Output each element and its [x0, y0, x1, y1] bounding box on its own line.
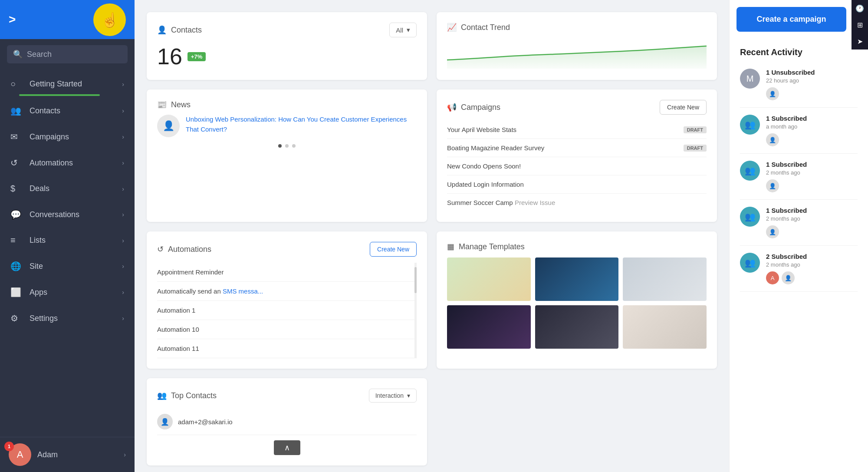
automation-name: Automation 11 — [157, 345, 199, 352]
news-dot-3[interactable] — [292, 144, 296, 148]
template-item[interactable] — [535, 257, 619, 301]
contacts-filter-dropdown[interactable]: All ▾ — [389, 23, 417, 37]
activity-icon: M — [740, 69, 760, 89]
create-campaign-btn[interactable]: Create a campaign — [736, 7, 846, 32]
automation-list: Appointment Reminder Automatically send … — [157, 263, 417, 358]
campaign-name: Your April Website Stats — [447, 126, 516, 133]
automation-item[interactable]: Automation 10 — [157, 320, 417, 339]
clock-icon[interactable]: 🕐 — [852, 0, 868, 17]
recent-activity-title: Recent Activity — [730, 39, 868, 62]
contacts-card: 👤 Contacts All ▾ 16 +7% — [147, 12, 427, 80]
contacts-icon: 👥 — [10, 106, 23, 116]
activity-avatars: 👤 — [766, 179, 858, 192]
campaign-name: Boating Magazine Reader Survey — [447, 144, 544, 152]
news-dot-1[interactable] — [278, 144, 282, 148]
sidebar-item-settings[interactable]: ⚙ Settings › — [0, 305, 135, 331]
automation-item[interactable]: Automation 11 — [157, 339, 417, 358]
top-contacts-filter-dropdown[interactable]: Interaction ▾ — [369, 389, 417, 403]
trend-label: Contact Trend — [461, 23, 510, 32]
sidebar-item-lists[interactable]: ≡ Lists › — [0, 228, 135, 253]
collapse-btn[interactable]: ∧ — [274, 440, 300, 455]
template-item[interactable] — [535, 305, 619, 349]
activity-user-avatar: 👤 — [766, 225, 779, 238]
chevron-down-icon: ▾ — [407, 26, 410, 34]
search-input[interactable] — [27, 50, 122, 59]
sidebar-item-contacts[interactable]: 👥 Contacts › — [0, 98, 135, 124]
campaign-name: New Condo Opens Soon! — [447, 162, 521, 170]
automation-item[interactable]: Automation 1 — [157, 301, 417, 320]
chevron-right-icon: › — [122, 289, 124, 296]
chevron-right-icon: › — [122, 237, 124, 244]
activity-time: a month ago — [766, 123, 858, 130]
templates-card: ▦ Manage Templates — [437, 231, 717, 369]
templates-icon: ▦ — [447, 242, 454, 251]
scrollbar-thumb[interactable] — [414, 267, 417, 293]
activity-user-avatar: 👤 — [782, 271, 795, 284]
growth-badge: +7% — [187, 52, 206, 61]
chevron-right-icon: › — [122, 211, 124, 218]
sidebar-item-apps[interactable]: ⬜ Apps › — [0, 279, 135, 305]
lists-icon: ≡ — [10, 235, 23, 245]
automation-name: Appointment Reminder — [157, 268, 224, 276]
sidebar-item-label: Site — [30, 262, 122, 271]
trend-title: 📈 Contact Trend — [447, 23, 707, 32]
activity-user-avatar: A — [766, 271, 779, 284]
campaigns-create-btn[interactable]: Create New — [660, 100, 707, 115]
campaigns-icon: ✉ — [10, 132, 23, 142]
top-contacts-title: 👥 Top Contacts — [157, 391, 217, 400]
sidebar-item-deals[interactable]: $ Deals › — [0, 176, 135, 201]
sidebar-item-automations[interactable]: ↺ Automations › — [0, 150, 135, 176]
activity-content: 1 Subscribed a month ago 👤 — [766, 115, 858, 146]
chevron-right-icon: › — [124, 451, 126, 458]
send-icon[interactable]: ➤ — [852, 33, 868, 50]
activity-icon: 👥 — [740, 161, 760, 181]
activity-list: M 1 Unsubscribed 22 hours ago 👤 👥 1 Subs… — [730, 62, 868, 472]
sidebar-item-label: Contacts — [30, 106, 122, 116]
campaign-status-badge: DRAFT — [684, 145, 707, 152]
sidebar-item-campaigns[interactable]: ✉ Campaigns › — [0, 124, 135, 150]
campaigns-card-header: 📢 Campaigns Create New — [447, 100, 707, 115]
sidebar-item-conversations[interactable]: 💬 Conversations › — [0, 201, 135, 228]
news-dot-2[interactable] — [285, 144, 289, 148]
news-article-link[interactable]: Unboxing Web Personalization: How Can Yo… — [186, 116, 407, 133]
dropdown-label: All — [396, 26, 403, 34]
template-item[interactable] — [447, 305, 531, 349]
template-item[interactable] — [447, 257, 531, 301]
campaign-item: Boating Magazine Reader Survey DRAFT — [447, 139, 707, 157]
sidebar-item-getting-started[interactable]: ○ Getting Started › — [0, 71, 135, 97]
automation-item[interactable]: Appointment Reminder — [157, 263, 417, 282]
sidebar-item-site[interactable]: 🌐 Site › — [0, 253, 135, 279]
automation-name: Automatically send an SMS messa... — [157, 287, 263, 295]
layers-icon[interactable]: ⊞ — [852, 17, 868, 33]
settings-icon: ⚙ — [10, 313, 23, 323]
contacts-count: 16 +7% — [157, 43, 417, 69]
campaign-item: Your April Website Stats DRAFT — [447, 121, 707, 139]
template-item[interactable] — [623, 305, 707, 349]
news-label: News — [171, 100, 191, 109]
activity-icon: 👥 — [740, 207, 760, 227]
notification-badge: 1 — [4, 442, 14, 451]
news-card: 📰 News 👤 Unboxing Web Personalization: H… — [147, 89, 427, 222]
search-input-wrapper[interactable]: 🔍 — [7, 45, 128, 63]
automations-create-btn[interactable]: Create New — [370, 242, 417, 257]
templates-label: Manage Templates — [459, 242, 525, 251]
trend-icon: 📈 — [447, 23, 457, 32]
automation-item[interactable]: Automatically send an SMS messa... — [157, 282, 417, 301]
sidebar-toggle-icon[interactable]: > — [9, 13, 16, 26]
avatar-circle[interactable] — [93, 3, 126, 36]
contact-item: 👤 adam+2@sakari.io — [157, 409, 417, 435]
user-profile[interactable]: 1 A Adam › — [0, 437, 135, 472]
activity-item: 👥 2 Subscribed 2 months ago A 👤 — [740, 246, 858, 292]
activity-user-avatar: 👤 — [766, 87, 779, 100]
sidebar: > 🔍 ○ Getting Started › 👥 Contacts › ✉ C… — [0, 0, 135, 472]
scrollbar — [414, 263, 417, 358]
contacts-label: Contacts — [171, 26, 202, 35]
contacts-title: 👤 Contacts — [157, 25, 202, 35]
template-grid — [447, 257, 707, 349]
campaigns-label: Campaigns — [461, 103, 500, 112]
news-content: Unboxing Web Personalization: How Can Yo… — [186, 115, 417, 137]
campaign-item: New Condo Opens Soon! — [447, 157, 707, 175]
automations-card: ↺ Automations Create New Appointment Rem… — [147, 231, 427, 369]
activity-user-avatar: 👤 — [766, 179, 779, 192]
template-item[interactable] — [623, 257, 707, 301]
